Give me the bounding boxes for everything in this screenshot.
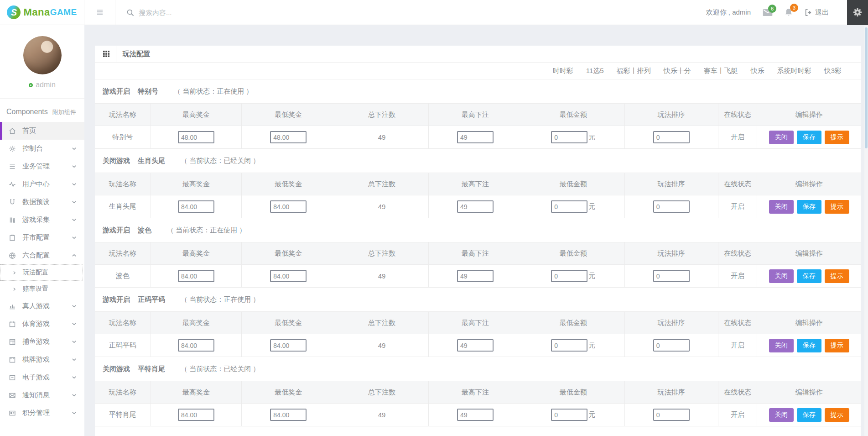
sidebar-item-data-preset[interactable]: 数据预设 xyxy=(0,193,84,211)
game-section: 游戏开启 特别号 （ 当前状态：正在使用 ） 玩法名称最高奖金最低奖金总下注数最… xyxy=(95,79,861,149)
scrollbar-thumb[interactable] xyxy=(865,27,868,148)
search-icon xyxy=(126,9,134,16)
sidebar-item-slot-games[interactable]: 电子游戏 xyxy=(0,368,84,386)
col-header: 最低金额 xyxy=(522,104,625,126)
sidebar-item-home[interactable]: 首页 xyxy=(0,122,84,140)
tab-11xuan5[interactable]: 11选5 xyxy=(586,67,604,75)
online-status-cell: 开启 xyxy=(718,334,758,357)
table-header: 玩法名称最高奖金最低奖金总下注数最高下注最低金额玩法排序在线状态编辑操作 xyxy=(95,103,861,126)
col-header: 在线状态 xyxy=(718,312,758,334)
max-prize-input[interactable] xyxy=(178,339,214,352)
sidebar-item-notifications[interactable]: 通知消息 xyxy=(0,386,84,404)
save-button[interactable]: 保存 xyxy=(797,131,821,144)
save-button[interactable]: 保存 xyxy=(797,408,821,422)
chevron-down-icon xyxy=(71,163,77,169)
max-bet-input[interactable] xyxy=(457,131,494,143)
sort-input[interactable] xyxy=(653,270,690,282)
chevron-down-icon xyxy=(71,374,77,380)
sidebar-item-liuhe-config[interactable]: 六合配置 xyxy=(0,247,84,264)
sidebar-item-points[interactable]: 积分管理 xyxy=(0,404,84,422)
tab-xitong-shishicai[interactable]: 系统时时彩 xyxy=(777,67,811,75)
max-prize-input[interactable] xyxy=(178,270,214,282)
online-status-cell: 开启 xyxy=(718,265,758,287)
sidebar-item-market-config[interactable]: 开市配置 xyxy=(0,229,84,247)
sidebar-toggle-button[interactable] xyxy=(84,0,115,25)
components-subtitle: 附加组件 xyxy=(52,108,76,116)
max-bet-input[interactable] xyxy=(457,270,494,282)
col-header: 玩法排序 xyxy=(625,173,718,195)
min-prize-input[interactable] xyxy=(270,200,307,213)
messages-button[interactable]: 6 xyxy=(763,9,773,16)
min-prize-input[interactable] xyxy=(270,339,307,352)
tab-kuai3cai[interactable]: 快3彩 xyxy=(824,67,842,75)
min-prize-input[interactable] xyxy=(270,409,307,421)
game-name-cell: 生肖头尾 xyxy=(95,195,151,218)
max-bet-input[interactable] xyxy=(457,409,494,421)
settings-button[interactable] xyxy=(847,0,868,25)
sidebar-item-user-center[interactable]: 用户中心 xyxy=(0,175,84,193)
min-prize-input[interactable] xyxy=(270,131,307,143)
tip-button[interactable]: 提示 xyxy=(825,131,849,144)
close-button[interactable]: 关闭 xyxy=(769,269,794,283)
scrollbar-track[interactable] xyxy=(864,26,868,436)
close-button[interactable]: 关闭 xyxy=(769,339,794,352)
tab-shishicai[interactable]: 时时彩 xyxy=(553,67,573,75)
tip-button[interactable]: 提示 xyxy=(825,269,849,283)
username: admin xyxy=(36,81,56,89)
max-bet-input[interactable] xyxy=(457,339,494,352)
sidebar-item-chess-games[interactable]: 棋牌游戏 xyxy=(0,351,84,368)
tip-button[interactable]: 提示 xyxy=(825,339,849,352)
tip-button[interactable]: 提示 xyxy=(825,408,849,422)
min-amount-input[interactable] xyxy=(551,339,587,352)
min-amount-input[interactable] xyxy=(551,131,587,143)
logout-button[interactable]: 退出 xyxy=(805,8,829,17)
tab-kuaile[interactable]: 快乐 xyxy=(751,67,764,75)
sort-input[interactable] xyxy=(653,131,690,143)
sidebar-item-console[interactable]: 控制台 xyxy=(0,140,84,158)
col-header: 编辑操作 xyxy=(757,312,861,334)
logo-text-mana: Mana xyxy=(23,6,50,18)
min-amount-input[interactable] xyxy=(551,270,587,282)
max-prize-input[interactable] xyxy=(178,409,214,421)
tab-kuaileshifen[interactable]: 快乐十分 xyxy=(664,67,691,75)
sidebar-item-sports-games[interactable]: 体育游戏 xyxy=(0,315,84,333)
settings-gear-icon xyxy=(852,7,863,17)
total-bets-cell: 49 xyxy=(335,404,429,426)
col-header: 最低金额 xyxy=(522,173,625,195)
max-prize-input[interactable] xyxy=(178,131,214,143)
app-logo[interactable]: S ManaGAME xyxy=(0,0,84,25)
col-header: 总下注数 xyxy=(335,242,429,264)
online-status-cell: 开启 xyxy=(718,404,758,426)
tip-button[interactable]: 提示 xyxy=(825,200,849,214)
search-input[interactable] xyxy=(139,9,285,16)
sidebar-item-game-collect[interactable]: 游戏采集 xyxy=(0,211,84,229)
sort-input[interactable] xyxy=(653,409,690,421)
col-header: 编辑操作 xyxy=(757,381,861,403)
close-button[interactable]: 关闭 xyxy=(769,131,794,144)
col-header: 玩法名称 xyxy=(95,242,151,264)
sidebar-item-business[interactable]: 业务管理 xyxy=(0,158,84,175)
sidebar-item-fishing-games[interactable]: 捕鱼游戏 xyxy=(0,333,84,351)
game-section: 游戏开启 正码平码 （ 当前状态：正在使用 ） 玩法名称最高奖金最低奖金总下注数… xyxy=(95,288,861,357)
sort-input[interactable] xyxy=(653,339,690,352)
sidebar-subitem-play-config[interactable]: 玩法配置 xyxy=(0,264,83,281)
min-prize-input[interactable] xyxy=(270,270,307,282)
sidebar-item-live-games[interactable]: 真人游戏 xyxy=(0,297,84,315)
table-row: 平特肖尾 49 元 开启 关闭 保存 提示 xyxy=(95,404,861,426)
tab-fucai-pailie[interactable]: 福彩丨排列 xyxy=(617,67,651,75)
min-amount-input[interactable] xyxy=(551,409,587,421)
close-button[interactable]: 关闭 xyxy=(769,200,794,214)
sort-input[interactable] xyxy=(653,200,690,213)
sidebar-subitem-odds-config[interactable]: 赔率设置 xyxy=(0,281,84,297)
tab-saiche-feiting[interactable]: 赛车丨飞艇 xyxy=(704,67,738,75)
max-prize-input[interactable] xyxy=(178,200,214,213)
total-bets-cell: 49 xyxy=(335,126,429,148)
avatar[interactable] xyxy=(23,36,62,74)
close-button[interactable]: 关闭 xyxy=(769,408,794,422)
max-bet-input[interactable] xyxy=(457,200,494,213)
save-button[interactable]: 保存 xyxy=(797,339,821,352)
save-button[interactable]: 保存 xyxy=(797,269,821,283)
min-amount-input[interactable] xyxy=(551,200,587,213)
save-button[interactable]: 保存 xyxy=(797,200,821,214)
notifications-button[interactable]: 3 xyxy=(785,8,793,17)
